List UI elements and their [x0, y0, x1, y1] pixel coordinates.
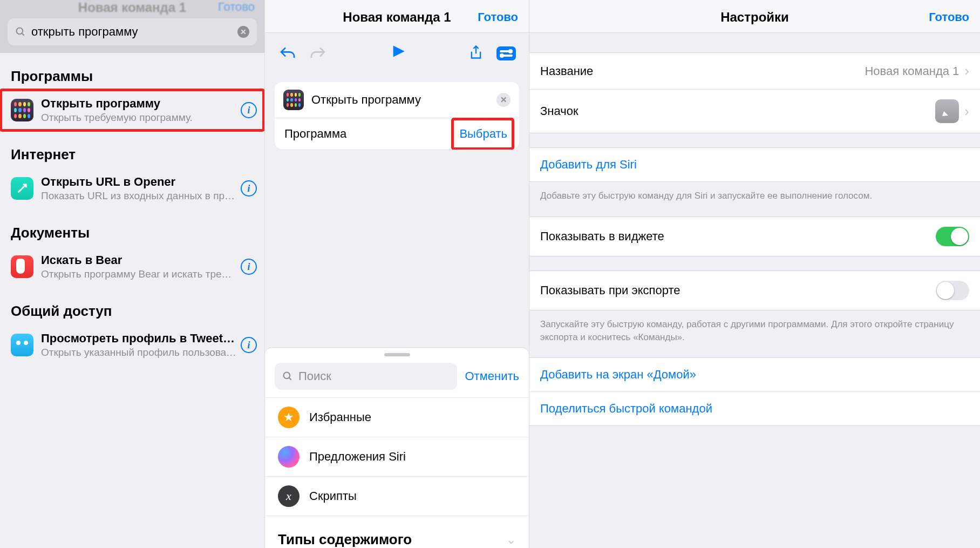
shortcut-settings-pane: Настройки Готово Название Новая команда … [529, 0, 980, 548]
chevron-right-icon: › [964, 63, 969, 79]
app-grid-icon [283, 90, 304, 110]
settings-header: Настройки Готово [529, 0, 980, 33]
section-internet: Интернет [0, 131, 264, 167]
done-button[interactable]: Готово [478, 10, 518, 24]
opener-icon [11, 177, 33, 200]
undo-button[interactable] [278, 44, 297, 63]
star-icon: ★ [278, 407, 300, 428]
library-search-placeholder: Поиск [298, 369, 331, 383]
param-label: Программа [284, 127, 346, 141]
editor-toolbar [265, 33, 529, 75]
app-grid-icon [11, 99, 33, 121]
search-field[interactable]: ✕ [8, 18, 257, 45]
action-subtitle: Открыть программу Bear и искать требу… [41, 268, 236, 280]
info-button[interactable]: i [241, 337, 257, 353]
section-documents: Документы [0, 209, 264, 246]
show-on-export-row[interactable]: Показывать при экспорте [529, 271, 980, 310]
run-button[interactable] [391, 43, 406, 64]
chevron-right-icon: › [964, 103, 969, 120]
shortcut-title: Новая команда 1 [343, 10, 451, 25]
widget-toggle[interactable] [936, 227, 969, 246]
export-toggle[interactable] [936, 281, 969, 300]
settings-title: Настройки [720, 10, 789, 25]
share-button[interactable] [468, 44, 484, 63]
action-card-title: Открыть программу [311, 93, 489, 107]
search-wrap: ✕ [0, 13, 264, 53]
action-title: Открыть URL в Opener [41, 175, 236, 189]
search-actions-pane: Новая команда 1 Готово ✕ Программы Откры… [0, 0, 265, 548]
chevron-down-icon: ⌄ [506, 533, 516, 547]
tweetbot-icon [11, 334, 33, 356]
svg-point-2 [284, 373, 290, 379]
delete-action-button[interactable]: ✕ [496, 93, 511, 107]
library-category-siri[interactable]: Предложения Siri [265, 437, 529, 476]
setting-icon-row[interactable]: Значок › [529, 89, 980, 133]
library-section-content-types[interactable]: Типы содержимого ⌄ [265, 516, 529, 548]
script-icon: x [278, 485, 300, 507]
action-open-url-opener[interactable]: Открыть URL в Opener Показать URL из вхо… [0, 167, 264, 209]
section-sharing: Общий доступ [0, 288, 264, 324]
choose-app-highlight: Выбрать [453, 119, 513, 148]
settings-done-button[interactable]: Готово [929, 10, 969, 24]
search-input[interactable] [31, 25, 232, 39]
library-search-field[interactable]: Поиск [275, 363, 457, 390]
shortcut-editor-pane: Новая команда 1 Готово Открыть программу… [265, 0, 529, 548]
svg-line-1 [22, 33, 24, 36]
add-to-siri-button[interactable]: Добавить для Siri [529, 148, 980, 181]
action-subtitle: Открыть указанный профиль пользовате… [41, 347, 236, 358]
dimmed-header: Новая команда 1 Готово [0, 0, 264, 13]
action-search-bear[interactable]: Искать в Bear Открыть программу Bear и и… [0, 246, 264, 288]
bear-icon [11, 255, 33, 278]
redo-button[interactable] [308, 44, 328, 63]
info-button[interactable]: i [241, 259, 257, 275]
export-footer-note: Запускайте эту быструю команду, работая … [529, 310, 980, 344]
svg-point-0 [17, 28, 23, 35]
clear-search-button[interactable]: ✕ [237, 26, 249, 38]
action-library-sheet[interactable]: Поиск Отменить ★ Избранные Предложения S… [265, 347, 529, 548]
action-view-tweet-profile[interactable]: Просмотреть профиль в Tweet… Открыть ука… [0, 324, 264, 366]
sheet-drag-handle[interactable] [384, 353, 410, 356]
action-subtitle: Открыть требуемую программу. [41, 112, 236, 124]
action-open-app[interactable]: Открыть программу Открыть требуемую прог… [0, 89, 264, 131]
search-icon [15, 26, 26, 37]
svg-line-3 [289, 378, 291, 380]
section-programs: Программы [0, 53, 264, 89]
add-to-home-button[interactable]: Добавить на экран «Домой» [529, 358, 980, 391]
shortcut-name-value: Новая команда 1 [865, 64, 959, 78]
action-title: Открыть программу [41, 97, 236, 111]
info-button[interactable]: i [241, 180, 257, 197]
library-cancel-button[interactable]: Отменить [465, 369, 519, 383]
settings-button[interactable] [496, 46, 516, 60]
library-category-favorites[interactable]: ★ Избранные [265, 397, 529, 437]
action-card-open-app: Открыть программу ✕ Программа Выбрать [275, 82, 519, 150]
library-category-scripts[interactable]: x Скрипты [265, 476, 529, 516]
show-in-widget-row[interactable]: Показывать в виджете [529, 217, 980, 256]
action-title: Искать в Bear [41, 253, 236, 267]
share-shortcut-button[interactable]: Поделиться быстрой командой [529, 391, 980, 425]
dimmed-done: Готово [218, 0, 255, 14]
siri-footer-note: Добавьте эту быструю команду для Siri и … [529, 182, 980, 202]
editor-header: Новая команда 1 Готово [265, 0, 529, 33]
shortcut-icon-preview [935, 99, 959, 123]
action-subtitle: Показать URL из входных данных в прог… [41, 190, 236, 202]
search-icon [282, 371, 293, 382]
choose-app-button[interactable]: Выбрать [459, 127, 507, 140]
action-title: Просмотреть профиль в Tweet… [41, 331, 236, 346]
info-button[interactable]: i [241, 102, 257, 118]
siri-icon [278, 446, 300, 468]
setting-name-row[interactable]: Название Новая команда 1› [529, 53, 980, 89]
